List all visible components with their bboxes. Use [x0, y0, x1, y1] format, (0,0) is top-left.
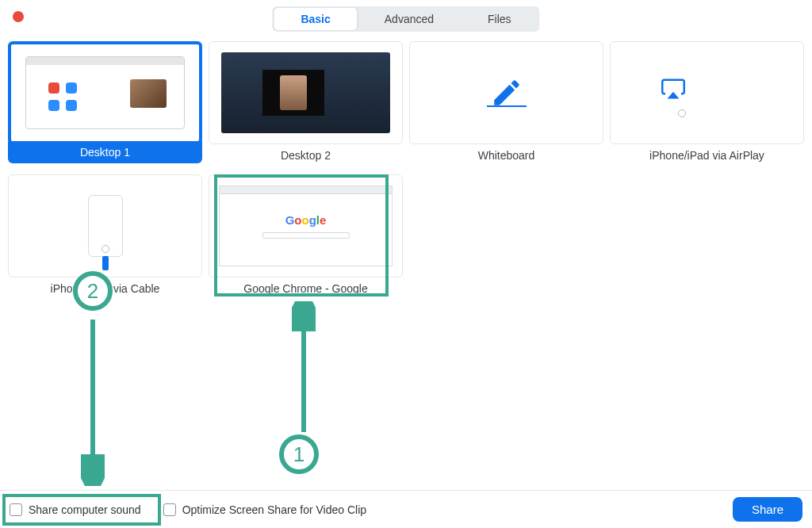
thumb-cable — [8, 174, 202, 277]
cable-icon — [102, 256, 109, 270]
google-logo: Google — [285, 213, 327, 227]
tile-google-chrome[interactable]: Google Google Chrome - Google — [209, 174, 403, 295]
tile-label: iPhone/iPad via Cable — [51, 282, 160, 295]
tile-desktop-1[interactable]: Desktop 1 — [8, 41, 202, 163]
checkbox-share-sound[interactable]: Share computer sound — [10, 503, 141, 516]
checkbox-label: Share computer sound — [29, 503, 141, 516]
desktop-preview — [221, 52, 391, 133]
tile-label: Desktop 1 — [8, 141, 202, 163]
footer-bar: Share computer sound Optimize Screen Sha… — [0, 490, 812, 528]
tile-iphone-airplay[interactable]: iPhone/iPad via AirPlay — [610, 41, 804, 163]
thumb-airplay — [610, 41, 804, 144]
desktop-preview — [25, 56, 185, 129]
annotation-arrow-2 — [81, 316, 105, 486]
phone-icon — [666, 65, 698, 121]
thumb-desktop-1 — [8, 41, 202, 144]
tile-iphone-cable[interactable]: iPhone/iPad via Cable — [8, 174, 202, 295]
tile-whiteboard[interactable]: Whiteboard — [409, 41, 603, 163]
tab-basic[interactable]: Basic — [274, 8, 357, 30]
pencil-icon — [490, 76, 523, 109]
annotation-arrow-1 — [292, 301, 316, 436]
thumb-desktop-2 — [209, 41, 403, 144]
thumb-chrome: Google — [209, 174, 403, 277]
mode-tabbar: Basic Advanced Files — [272, 6, 539, 32]
tile-desktop-2[interactable]: Desktop 2 — [209, 41, 403, 163]
tab-files[interactable]: Files — [461, 8, 538, 30]
tile-label: Google Chrome - Google — [243, 282, 367, 295]
tile-label: iPhone/iPad via AirPlay — [649, 149, 764, 162]
checkbox-optimize-video[interactable]: Optimize Screen Share for Video Clip — [163, 503, 366, 516]
thumb-whiteboard — [409, 41, 603, 144]
share-options-grid: Desktop 1 Desktop 2 Whiteboard iPhone/iP… — [5, 38, 807, 303]
checkbox-icon — [163, 503, 176, 516]
tile-label: Whiteboard — [478, 149, 535, 162]
phone-icon — [88, 195, 123, 257]
share-button[interactable]: Share — [733, 497, 802, 522]
tile-label: Desktop 2 — [281, 149, 331, 162]
checkbox-icon — [10, 503, 22, 516]
close-window-button[interactable] — [13, 11, 24, 22]
tab-advanced[interactable]: Advanced — [358, 8, 461, 30]
window-preview: Google — [219, 186, 393, 266]
annotation-step-1: 1 — [279, 434, 319, 474]
checkbox-label: Optimize Screen Share for Video Clip — [182, 503, 366, 516]
